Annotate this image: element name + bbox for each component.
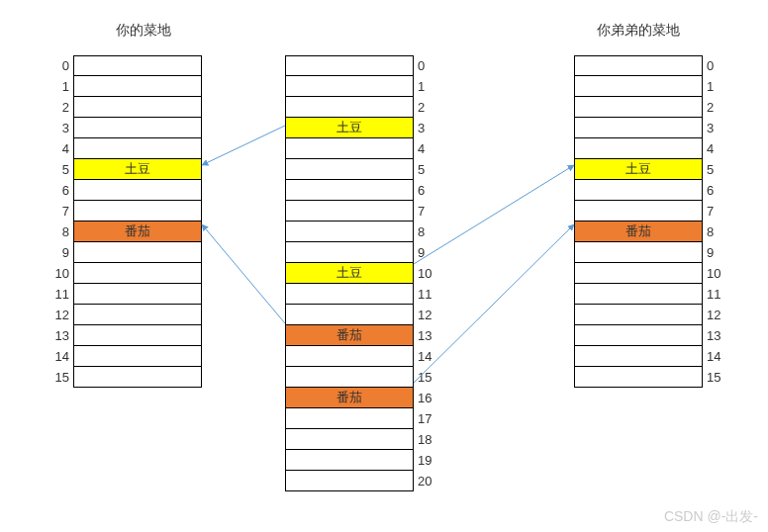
row-index: 14: [49, 346, 73, 367]
row-index: 3: [703, 118, 726, 138]
table-row: 8: [285, 222, 437, 242]
table-row: 6: [285, 180, 437, 201]
row-index: 5: [49, 159, 73, 180]
table-row: 8番茄: [49, 222, 202, 242]
cell: 土豆: [574, 158, 703, 180]
row-index: 16: [414, 388, 437, 408]
table-row: 5土豆: [49, 159, 202, 180]
cell: [285, 449, 414, 471]
row-index: 4: [703, 138, 726, 159]
row-index: 8: [703, 222, 726, 242]
table-row: 15: [285, 367, 437, 388]
table-row: 14: [49, 346, 202, 367]
cell: [285, 407, 414, 429]
left-table: 012345土豆678番茄9101112131415: [49, 55, 202, 388]
table-row: 12: [574, 305, 726, 325]
cell: [285, 304, 414, 325]
row-index: 6: [414, 180, 437, 201]
table-row: 7: [285, 201, 437, 222]
table-row: 4: [285, 138, 437, 159]
row-index: 20: [414, 471, 437, 491]
row-index: 10: [703, 263, 726, 284]
left-title: 你的菜地: [79, 22, 208, 40]
row-index: 10: [49, 263, 73, 284]
cell: [285, 428, 414, 450]
table-row: 7: [574, 201, 726, 222]
table-row: 番茄8: [574, 222, 726, 242]
table-row: 1: [49, 76, 202, 97]
table-row: 13: [574, 325, 726, 346]
cell: 土豆: [285, 262, 414, 284]
cell: [285, 283, 414, 305]
cell: 番茄: [285, 324, 414, 346]
row-index: 5: [414, 159, 437, 180]
table-row: 11: [285, 284, 437, 305]
cell: [574, 241, 703, 263]
row-index: 12: [414, 305, 437, 325]
table-row: 4: [574, 138, 726, 159]
row-index: 10: [414, 263, 437, 284]
right-title: 你弟弟的菜地: [574, 22, 703, 40]
row-index: 12: [703, 305, 726, 325]
row-index: 18: [414, 429, 437, 450]
cell: [73, 304, 202, 325]
cell: [73, 55, 202, 76]
table-row: 12: [285, 305, 437, 325]
row-index: 15: [49, 367, 73, 388]
row-index: 17: [414, 408, 437, 429]
row-index: 7: [703, 201, 726, 222]
arrow: [202, 126, 285, 165]
row-index: 13: [49, 325, 73, 346]
table-row: 12: [49, 305, 202, 325]
cell: [285, 200, 414, 222]
row-index: 2: [49, 97, 73, 118]
table-row: 13: [49, 325, 202, 346]
table-row: 9: [285, 242, 437, 263]
cell: [574, 366, 703, 388]
row-index: 8: [49, 222, 73, 242]
cell: [73, 345, 202, 367]
table-row: 番茄13: [285, 325, 437, 346]
row-index: 3: [49, 118, 73, 138]
cell: [73, 179, 202, 201]
row-index: 0: [703, 55, 726, 76]
table-row: 3: [574, 118, 726, 138]
table-row: 14: [574, 346, 726, 367]
table-row: 20: [285, 471, 437, 491]
table-row: 3: [49, 118, 202, 138]
table-row: 15: [574, 367, 726, 388]
table-row: 10: [49, 263, 202, 284]
watermark: CSDN @-出发-: [664, 508, 758, 526]
table-row: 9: [49, 242, 202, 263]
table-row: 6: [574, 180, 726, 201]
cell: [574, 75, 703, 97]
table-row: 9: [574, 242, 726, 263]
row-index: 12: [49, 305, 73, 325]
table-row: 17: [285, 408, 437, 429]
cell: [574, 179, 703, 201]
table-row: 番茄16: [285, 388, 437, 408]
cell: [73, 324, 202, 346]
cell: [285, 55, 414, 76]
cell: [574, 324, 703, 346]
row-index: 13: [414, 325, 437, 346]
cell: [73, 262, 202, 284]
row-index: 1: [49, 76, 73, 97]
row-index: 0: [49, 55, 73, 76]
row-index: 9: [703, 242, 726, 263]
table-row: 0: [574, 55, 726, 76]
cell: [574, 200, 703, 222]
cell: [73, 366, 202, 388]
cell: [73, 241, 202, 263]
row-index: 13: [703, 325, 726, 346]
cell: [574, 55, 703, 76]
table-row: 土豆3: [285, 118, 437, 138]
row-index: 9: [49, 242, 73, 263]
row-index: 11: [703, 284, 726, 305]
cell: [285, 158, 414, 180]
cell: [73, 75, 202, 97]
middle-table: 012土豆3456789土豆101112番茄131415番茄1617181920: [285, 55, 437, 491]
row-index: 11: [414, 284, 437, 305]
table-row: 1: [285, 76, 437, 97]
row-index: 14: [703, 346, 726, 367]
